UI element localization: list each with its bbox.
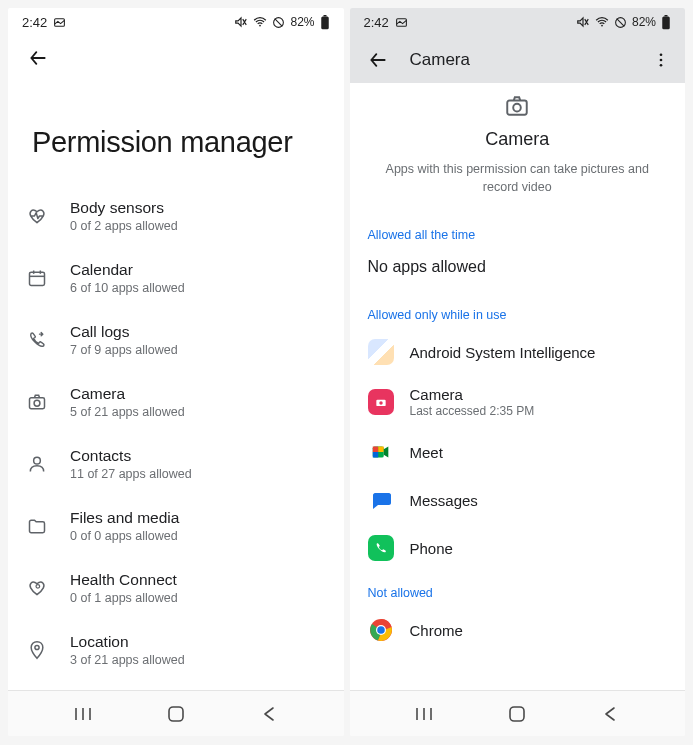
location-icon [26, 639, 48, 661]
perm-label: Call logs [70, 323, 178, 341]
perm-sub: 0 of 1 apps allowed [70, 591, 178, 605]
battery-percent: 82% [632, 15, 656, 29]
svg-point-38 [377, 626, 385, 634]
back-arrow-icon [368, 50, 388, 70]
svg-rect-5 [323, 15, 326, 17]
contact-icon [26, 453, 48, 475]
perm-item-files[interactable]: Files and media 0 of 0 apps allowed [8, 495, 344, 557]
svg-point-31 [379, 401, 383, 405]
picture-icon [53, 16, 66, 29]
nav-recents[interactable] [400, 697, 448, 731]
battery-icon [661, 15, 671, 30]
svg-point-1 [260, 25, 262, 27]
section-allowed-all-time: Allowed all the time [350, 214, 686, 248]
perm-sub: 6 of 10 apps allowed [70, 281, 185, 295]
svg-rect-23 [662, 16, 670, 29]
perm-item-call-logs[interactable]: Call logs 7 of 9 apps allowed [8, 309, 344, 371]
svg-line-3 [275, 18, 283, 26]
nav-back[interactable] [245, 697, 293, 731]
wifi-icon [595, 15, 609, 29]
svg-point-26 [660, 58, 663, 61]
svg-rect-28 [508, 101, 528, 115]
status-bar: 2:42 82% [8, 8, 344, 36]
page-title: Permission manager [8, 80, 344, 185]
perm-sub: 7 of 9 apps allowed [70, 343, 178, 357]
perm-item-contacts[interactable]: Contacts 11 of 27 apps allowed [8, 433, 344, 495]
perm-sub: 0 of 0 apps allowed [70, 529, 179, 543]
header-title: Camera [410, 50, 644, 70]
svg-point-14 [35, 645, 39, 649]
page-description: Apps with this permission can take pictu… [378, 160, 658, 196]
perm-sub: 0 of 2 apps allowed [70, 219, 178, 233]
svg-point-12 [34, 457, 41, 464]
perm-sub: 11 of 27 apps allowed [70, 467, 192, 481]
permission-manager-screen: 2:42 82% Permission manager Body sensors… [8, 8, 344, 736]
svg-rect-24 [665, 15, 668, 17]
camera-icon [26, 391, 48, 413]
wifi-icon [253, 15, 267, 29]
nav-recents[interactable] [59, 697, 107, 731]
svg-rect-10 [30, 398, 45, 409]
svg-rect-6 [30, 272, 45, 285]
app-row-android-system-intelligence[interactable]: Android System Intelligence [350, 328, 686, 376]
back-button[interactable] [360, 42, 396, 78]
back-button[interactable] [20, 40, 56, 76]
section-allowed-while-in-use: Allowed only while in use [350, 294, 686, 328]
perm-item-health-connect[interactable]: Health Connect 0 of 1 apps allowed [8, 557, 344, 619]
calendar-icon [26, 267, 48, 289]
nav-bar [350, 690, 686, 736]
status-bar: 2:42 82% [350, 8, 686, 36]
app-row-meet[interactable]: Meet [350, 428, 686, 476]
svg-line-22 [617, 18, 625, 26]
no-data-icon [614, 16, 627, 29]
title-bar: Camera [350, 36, 686, 83]
phone-app-icon [368, 535, 394, 561]
svg-point-29 [513, 104, 521, 112]
svg-point-13 [36, 585, 40, 589]
heart-pulse-icon [26, 205, 48, 227]
perm-label: Body sensors [70, 199, 178, 217]
perm-item-location[interactable]: Location 3 of 21 apps allowed [8, 619, 344, 681]
app-row-chrome[interactable]: Chrome [350, 606, 686, 654]
page-title: Camera [378, 129, 658, 150]
perm-label: Health Connect [70, 571, 178, 589]
camera-app-icon [368, 389, 394, 415]
svg-point-27 [660, 63, 663, 66]
battery-percent: 82% [290, 15, 314, 29]
mute-icon [234, 15, 248, 29]
app-row-camera[interactable]: Camera Last accessed 2:35 PM [350, 376, 686, 428]
svg-rect-34 [372, 452, 378, 458]
app-row-messages[interactable]: Messages [350, 476, 686, 524]
app-row-phone[interactable]: Phone [350, 524, 686, 572]
back-arrow-icon [28, 48, 48, 68]
perm-sub: 3 of 21 apps allowed [70, 653, 185, 667]
meet-app-icon [368, 439, 394, 465]
svg-point-11 [34, 400, 40, 406]
app-sub: Last accessed 2:35 PM [410, 404, 535, 418]
phone-log-icon [26, 329, 48, 351]
perm-item-camera[interactable]: Camera 5 of 21 apps allowed [8, 371, 344, 433]
more-vert-icon [652, 51, 670, 69]
camera-permission-screen: 2:42 82% Camera [350, 8, 686, 736]
battery-icon [320, 15, 330, 30]
perm-label: Files and media [70, 509, 179, 527]
picture-icon [395, 16, 408, 29]
svg-rect-4 [321, 16, 329, 29]
nav-back[interactable] [586, 697, 634, 731]
section-not-allowed: Not allowed [350, 572, 686, 606]
nav-home[interactable] [493, 697, 541, 731]
svg-rect-33 [372, 447, 378, 453]
perm-sub: 5 of 21 apps allowed [70, 405, 185, 419]
nav-bar [8, 690, 344, 736]
perm-item-calendar[interactable]: Calendar 6 of 10 apps allowed [8, 247, 344, 309]
app-name: Camera [410, 386, 535, 403]
app-name: Chrome [410, 622, 463, 639]
perm-item-body-sensors[interactable]: Body sensors 0 of 2 apps allowed [8, 185, 344, 247]
permission-list: Body sensors 0 of 2 apps allowed Calenda… [8, 185, 344, 690]
page-header: Camera Apps with this permission can tak… [350, 83, 686, 214]
perm-label: Contacts [70, 447, 192, 465]
overflow-menu-button[interactable] [643, 42, 679, 78]
nav-home[interactable] [152, 697, 200, 731]
mute-icon [576, 15, 590, 29]
app-name: Phone [410, 540, 453, 557]
